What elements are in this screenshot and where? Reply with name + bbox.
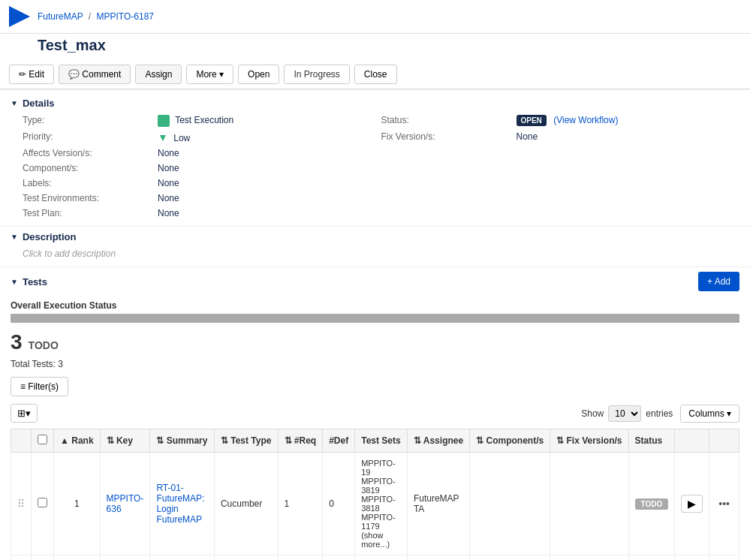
row-checkbox[interactable] xyxy=(38,498,47,507)
key-cell: MPPITO-639 xyxy=(100,555,150,561)
test-plan-value: None xyxy=(158,208,381,218)
table-row: ⠿ 2 MPPITO-639 RT-INSIGHTS-02: MPS Deriv… xyxy=(11,555,739,561)
total-tests: Total Tests: 3 xyxy=(11,359,739,369)
description-label: Description xyxy=(23,231,77,242)
col-test-type[interactable]: ⇅ Test Type xyxy=(214,429,278,453)
req-cell: 1 xyxy=(278,453,323,555)
status-cell: TODO xyxy=(628,555,675,561)
col-assignee[interactable]: ⇅ Assignee xyxy=(407,429,469,453)
inprogress-button[interactable]: In Progress xyxy=(284,65,349,84)
test-plan-label: Test Plan: xyxy=(23,208,158,218)
edit-button[interactable]: ✏ Edit xyxy=(9,65,54,84)
description-section-header[interactable]: ▼ Description xyxy=(11,231,739,242)
test-type-cell: Cucumber xyxy=(214,453,278,555)
description-chevron: ▼ xyxy=(11,233,18,241)
exec-status-label: Overall Execution Status xyxy=(11,300,739,311)
status-label: Status: xyxy=(381,115,517,127)
toolbar: ✏ Edit 💬 Comment Assign More ▾ Open In P… xyxy=(0,60,750,89)
open-button[interactable]: Open xyxy=(238,65,279,84)
show-entries: Show 10 25 50 entries xyxy=(581,405,673,422)
test-type-cell: Cucumber xyxy=(214,555,278,561)
table-row: ⠿ 1 MPPITO-636 RT-01-FutureMAP: Login Fu… xyxy=(11,453,739,555)
details-grid: Type: Test Execution Status: OPEN (View … xyxy=(23,115,739,218)
status-value: OPEN (View Workflow) xyxy=(517,115,740,127)
breadcrumb-project[interactable]: FutureMAP xyxy=(38,11,83,22)
filter-button[interactable]: ≡ Filter(s) xyxy=(11,377,68,396)
col-drag xyxy=(11,429,32,453)
priority-value: ▼ Low xyxy=(158,131,381,143)
todo-count-row: 3 TODO xyxy=(11,330,739,354)
details-chevron: ▼ xyxy=(11,99,18,107)
fix-version-value: None xyxy=(517,131,740,143)
header-bar: FutureMAP / MPPITO-6187 xyxy=(0,0,750,34)
col-rank[interactable]: ▲ Rank xyxy=(54,429,101,453)
fix-version-cell xyxy=(550,453,628,555)
component-cell xyxy=(470,555,550,561)
fix-version-cell xyxy=(550,555,628,561)
description-section: ▼ Description Click to add description xyxy=(0,227,750,266)
row-more-button[interactable]: ••• xyxy=(715,496,733,511)
table-controls: ⊞▾ Show 10 25 50 entries Columns ▾ xyxy=(11,404,739,423)
description-placeholder[interactable]: Click to add description xyxy=(23,248,739,259)
breadcrumb-sep: / xyxy=(89,11,91,22)
breadcrumb: FutureMAP / MPPITO-6187 xyxy=(38,11,154,22)
more-btn-cell: ••• xyxy=(709,453,739,555)
component-value: None xyxy=(158,163,381,173)
run-btn-cell: ▶ xyxy=(675,555,709,561)
affects-label: Affects Version/s: xyxy=(23,148,158,158)
entries-select[interactable]: 10 25 50 xyxy=(608,405,641,422)
column-picker-button[interactable]: ⊞▾ xyxy=(11,404,38,423)
rank-cell: 2 xyxy=(54,555,101,561)
test-env-label: Test Environments: xyxy=(23,193,158,203)
details-section-header[interactable]: ▼ Details xyxy=(11,98,739,109)
fix-version-label: Fix Version/s: xyxy=(381,131,517,143)
tests-table: ▲ Rank ⇅ Key ⇅ Summary ⇅ Test Type ⇅ #Re… xyxy=(11,429,739,560)
comment-button[interactable]: 💬 Comment xyxy=(59,65,131,84)
component-cell xyxy=(470,453,550,555)
status-badge: TODO xyxy=(635,498,669,510)
priority-label: Priority: xyxy=(23,131,158,143)
key-link[interactable]: MPPITO-636 xyxy=(107,493,144,514)
status-cell: TODO xyxy=(628,453,675,555)
columns-button[interactable]: Columns ▾ xyxy=(680,405,739,423)
col-status: Status xyxy=(628,429,675,453)
col-summary[interactable]: ⇅ Summary xyxy=(150,429,215,453)
priority-icon: ▼ xyxy=(158,131,168,143)
col-key[interactable]: ⇅ Key xyxy=(100,429,150,453)
labels-value: None xyxy=(158,178,381,188)
tests-chevron: ▼ xyxy=(11,278,18,286)
tests-header-row: ▼ Tests + Add xyxy=(11,272,739,291)
select-all-checkbox[interactable] xyxy=(38,435,47,444)
breadcrumb-issue[interactable]: MPPITO-6187 xyxy=(97,11,154,22)
run-button[interactable]: ▶ xyxy=(681,495,703,513)
filter-bar: ≡ Filter(s) xyxy=(11,377,739,396)
col-req[interactable]: ⇅ #Req xyxy=(278,429,323,453)
col-component[interactable]: ⇅ Component/s xyxy=(470,429,550,453)
more-button[interactable]: More ▾ xyxy=(186,65,233,84)
view-workflow-link[interactable]: (View Workflow) xyxy=(553,115,618,125)
entries-label: entries xyxy=(646,408,673,419)
tests-section-header[interactable]: ▼ Tests xyxy=(11,276,47,288)
run-btn-cell: ▶ xyxy=(675,453,709,555)
table-header-row: ▲ Rank ⇅ Key ⇅ Summary ⇅ Test Type ⇅ #Re… xyxy=(11,429,739,453)
close-button[interactable]: Close xyxy=(354,65,397,84)
add-button[interactable]: + Add xyxy=(698,272,739,291)
req-cell: 1 xyxy=(278,555,323,561)
test-env-value: None xyxy=(158,193,381,203)
summary-link[interactable]: RT-01-FutureMAP: Login FutureMAP xyxy=(156,483,204,525)
col-fix-version[interactable]: ⇅ Fix Version/s xyxy=(550,429,628,453)
tests-label: Tests xyxy=(23,276,47,288)
assign-button[interactable]: Assign xyxy=(135,65,182,84)
col-actions xyxy=(675,429,709,453)
type-icon xyxy=(158,115,170,127)
page-title: Test_max xyxy=(0,34,750,60)
col-checkbox xyxy=(32,429,54,453)
drag-handle[interactable]: ⠿ xyxy=(17,498,25,510)
todo-label: TODO xyxy=(29,339,59,351)
row-checkbox-cell xyxy=(32,555,54,561)
show-label: Show xyxy=(581,408,604,419)
col-more xyxy=(709,429,739,453)
tests-section: ▼ Tests + Add Overall Execution Status 3… xyxy=(0,267,750,560)
more-btn-cell: ••• xyxy=(709,555,739,561)
rank-cell: 1 xyxy=(54,453,101,555)
